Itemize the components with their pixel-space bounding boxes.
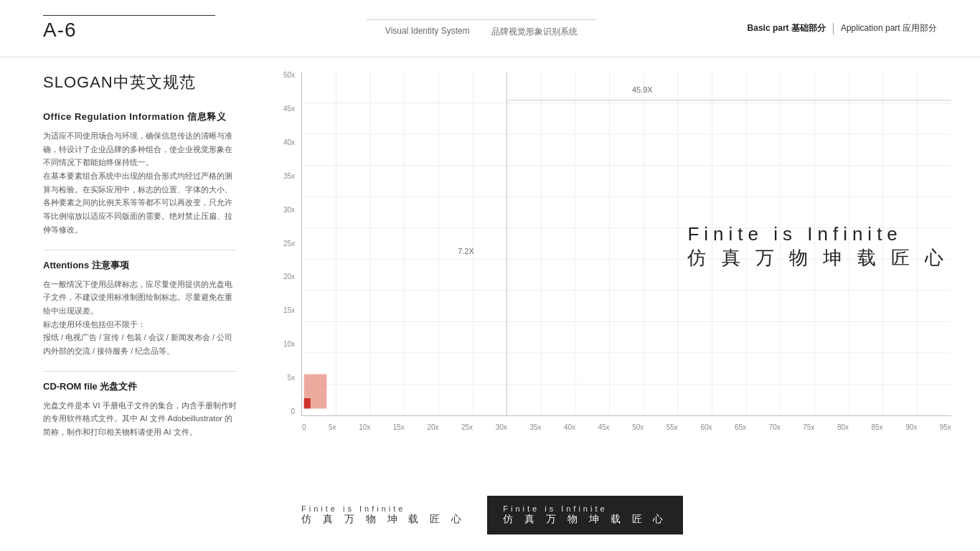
header: A-6 Visual Identity System 品牌视觉形象识别系统 Ba… xyxy=(0,0,980,57)
right-content: 0 5x 10x 15x 20x 25x 30x 35x 40x 45x 50x… xyxy=(265,57,980,551)
section-cdrom: CD-ROM file 光盘文件 光盘文件是本 VI 手册电子文件的集合，内含手… xyxy=(43,380,237,439)
x-label-25: 25x xyxy=(461,423,473,431)
nav-application-part[interactable]: Application part 应用部分 xyxy=(841,22,937,34)
nav-vis-identity[interactable]: Visual Identity System xyxy=(385,26,470,38)
section-office-text: 为适应不同使用场合与环境，确保信息传达的清晰与准确，特设计了企业品牌的多种组合，… xyxy=(43,129,237,237)
section-office-title: Office Regulation Information 信息释义 xyxy=(43,110,237,123)
section-office-regulation: Office Regulation Information 信息释义 为适应不同… xyxy=(43,110,237,237)
logo-light-en: Finite is Infinite xyxy=(301,504,405,513)
divider-2 xyxy=(43,371,237,372)
header-top-line xyxy=(367,19,596,20)
y-label-35: 35x xyxy=(270,173,295,180)
header-center: Visual Identity System 品牌视觉形象识别系统 xyxy=(367,19,596,38)
header-nav: Visual Identity System 品牌视觉形象识别系统 xyxy=(385,26,578,38)
logo-light-zh: 仿 真 万 物 坤 载 匠 心 xyxy=(301,513,466,526)
x-label-85: 85x xyxy=(872,423,883,431)
x-label-50: 50x xyxy=(632,423,644,431)
x-label-20: 20x xyxy=(427,423,438,431)
logo-dark-zh: 仿 真 万 物 坤 载 匠 心 xyxy=(503,513,667,526)
main-content: SLOGAN中英文规范 Office Regulation Informatio… xyxy=(0,57,980,551)
y-label-50: 50x xyxy=(270,72,295,79)
chart-slogan-en: Finite is Infinite xyxy=(687,223,902,245)
divider-1 xyxy=(43,250,237,250)
logo-dark: Finite is Infinite 仿 真 万 物 坤 载 匠 心 xyxy=(487,496,683,534)
chart-slogan: Finite is Infinite 仿 真 万 物 坤 载 匠 心 xyxy=(687,223,951,270)
x-label-15: 15x xyxy=(393,423,405,431)
y-label-15: 15x xyxy=(270,307,295,314)
chart-area: 0 5x 10x 15x 20x 25x 30x 35x 40x 45x 50x… xyxy=(265,65,966,486)
x-label-80: 80x xyxy=(837,423,849,431)
chart-slogan-zh: 仿 真 万 物 坤 载 匠 心 xyxy=(687,245,948,270)
grid-container: 0 5x 10x 15x 20x 25x 30x 35x 40x 45x 50x… xyxy=(301,72,951,416)
annotation-7: 7.2X xyxy=(458,247,474,255)
x-label-55: 55x xyxy=(666,423,678,431)
logo-light: Finite is Infinite 仿 真 万 物 坤 载 匠 心 xyxy=(301,504,466,526)
annotation-45: 45.9X xyxy=(632,85,653,94)
x-label-40: 40x xyxy=(564,423,575,431)
x-label-45: 45x xyxy=(598,423,610,431)
y-label-20: 20x xyxy=(270,273,295,281)
x-label-95: 95x xyxy=(940,423,951,431)
x-label-10: 10x xyxy=(359,423,370,431)
header-divider xyxy=(43,15,215,16)
section-cdrom-title: CD-ROM file 光盘文件 xyxy=(43,380,237,393)
section-attentions-title: Attentions 注意事项 xyxy=(43,259,237,272)
y-label-25: 25x xyxy=(270,240,295,248)
page-number: A-6 xyxy=(43,19,215,42)
header-right: Basic part 基础部分 Application part 应用部分 xyxy=(748,22,937,34)
nav-brand-cn[interactable]: 品牌视觉形象识别系统 xyxy=(491,26,578,38)
svg-rect-31 xyxy=(304,398,311,408)
y-axis: 0 5x 10x 15x 20x 25x 30x 35x 40x 45x 50x xyxy=(270,72,295,415)
logo-dark-en: Finite is Infinite xyxy=(503,504,607,513)
sidebar-title: SLOGAN中英文规范 xyxy=(43,72,237,93)
y-label-40: 40x xyxy=(270,139,295,146)
sidebar: SLOGAN中英文规范 Office Regulation Informatio… xyxy=(0,57,265,551)
x-label-35: 35x xyxy=(529,423,541,431)
x-axis: 0 5x 10x 15x 20x 25x 30x 35x 40x 45x 50x… xyxy=(302,423,951,431)
y-label-10: 10x xyxy=(270,341,295,348)
y-label-0: 0 xyxy=(270,408,295,415)
header-left: A-6 xyxy=(43,15,215,42)
logos-area: Finite is Infinite 仿 真 万 物 坤 载 匠 心 Finit… xyxy=(265,486,966,544)
section-attentions-text: 在一般情况下使用品牌标志，应尽量使用提供的光盘电子文件，不建议使用标准制图绘制标… xyxy=(43,278,237,358)
x-label-75: 75x xyxy=(803,423,814,431)
section-attentions: Attentions 注意事项 在一般情况下使用品牌标志，应尽量使用提供的光盘电… xyxy=(43,259,237,358)
x-label-65: 65x xyxy=(735,423,746,431)
x-label-70: 70x xyxy=(769,423,781,431)
x-label-0: 0 xyxy=(302,423,306,431)
x-label-5: 5x xyxy=(329,423,336,431)
x-label-90: 90x xyxy=(905,423,917,431)
y-label-45: 45x xyxy=(270,105,295,113)
y-label-30: 30x xyxy=(270,207,295,214)
nav-divider xyxy=(833,23,834,34)
x-label-60: 60x xyxy=(700,423,712,431)
section-cdrom-text: 光盘文件是本 VI 手册电子文件的集合，内含手册制作时的专用软件格式文件。其中 … xyxy=(43,399,237,439)
x-label-30: 30x xyxy=(496,423,507,431)
nav-basic-part[interactable]: Basic part 基础部分 xyxy=(748,22,826,34)
y-label-5: 5x xyxy=(270,375,295,382)
